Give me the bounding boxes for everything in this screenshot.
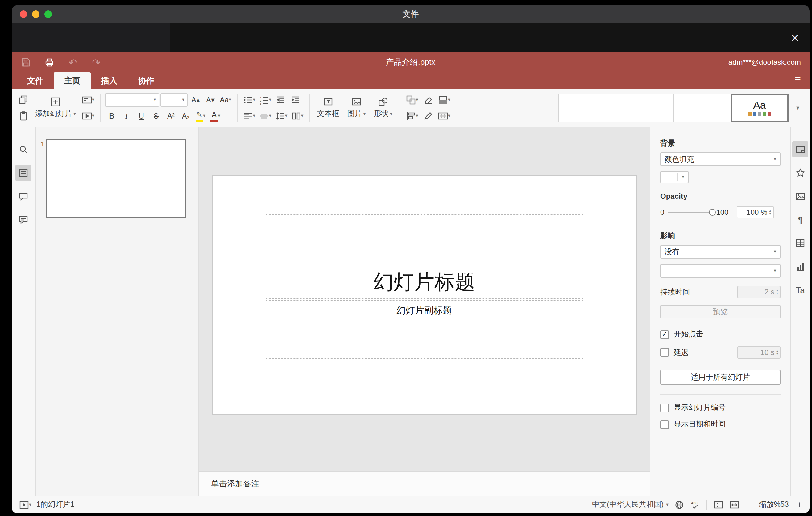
tab-insert[interactable]: 插入 [91,72,128,89]
paste-icon[interactable] [17,109,30,123]
strikethrough-icon[interactable]: S [149,109,163,123]
copy-icon[interactable] [17,93,30,107]
user-email: adm***@dootask.com [728,58,801,67]
zoom-window-button[interactable] [45,10,52,18]
zoom-in-button[interactable]: + [796,499,802,510]
font-size-select[interactable]: ▾ [161,93,187,107]
opacity-input[interactable]: 100 % ▴▾ [736,206,774,219]
image-button[interactable]: 图片 ▾ [344,91,369,125]
shape-button[interactable]: 形状 ▾ [371,91,396,125]
delay-checkbox[interactable] [660,348,669,357]
opacity-slider[interactable] [667,212,713,213]
background-color-picker[interactable]: ▾ [660,171,689,183]
horizontal-align-button[interactable]: ▾ [241,109,256,123]
start-on-click-checkbox[interactable]: ✓ [660,330,669,339]
add-slide-button[interactable]: 添加幻灯片 ▾ [32,91,79,125]
superscript-icon[interactable]: A² [164,109,178,123]
slide-settings-icon[interactable] [792,141,808,157]
effect-type-select[interactable]: ▾ [660,264,781,278]
print-icon[interactable] [44,57,55,68]
tab-home[interactable]: 主页 [54,72,91,89]
show-date-time-checkbox[interactable] [660,420,669,429]
language-select[interactable]: 中文(中华人民共和国) ▾ [592,499,669,510]
slide-thumbnail[interactable] [46,139,186,219]
theme-option-1[interactable] [558,94,616,122]
paragraph-settings-icon[interactable]: ¶ [792,212,808,228]
chart-settings-icon[interactable] [792,259,808,275]
editing-canvas[interactable]: 幻灯片标题 幻灯片副标题 [199,127,650,471]
background-fill-select[interactable]: 颜色填充 ▾ [660,152,781,166]
table-settings-icon[interactable] [792,235,808,251]
start-slideshow-button[interactable]: ▾ [81,109,96,123]
spinner[interactable]: ▴▾ [769,209,771,216]
comments-icon[interactable] [16,188,31,204]
highlight-color-button[interactable]: ✎ ▾ [194,109,207,123]
show-slide-number-checkbox[interactable] [660,403,669,412]
decrease-indent-icon[interactable] [274,93,288,107]
theme-option-3[interactable] [673,94,731,122]
align-shape-button[interactable]: ▾ [405,109,419,123]
save-icon[interactable] [20,57,31,68]
tab-file[interactable]: 文件 [17,72,54,89]
spellcheck-icon[interactable]: ABC [691,500,701,510]
text-box-button[interactable]: 文本框 [314,91,343,125]
slide[interactable]: 幻灯片标题 幻灯片副标题 [212,176,636,414]
theme-option-selected[interactable]: Aa [730,94,788,122]
fit-slide-icon[interactable] [714,500,723,510]
text-art-settings-icon[interactable]: Ta [792,282,808,298]
bullet-list-button[interactable]: ▾ [241,93,256,107]
spinner[interactable]: ▴▾ [776,349,778,355]
subscript-icon[interactable]: A₂ [179,109,193,123]
bold-icon[interactable]: B [105,109,118,123]
search-icon[interactable] [16,141,31,157]
delay-input[interactable]: 10 s ▴▾ [737,346,781,359]
close-icon[interactable]: ✕ [790,32,800,44]
shrink-font-icon[interactable]: A▾ [204,93,217,107]
line-spacing-button[interactable]: ▾ [274,109,289,123]
fit-width-icon[interactable] [730,500,740,510]
apply-to-all-button[interactable]: 适用于所有幻灯片 [660,370,781,384]
vertical-align-button[interactable]: ▾ [258,109,273,123]
slider-handle[interactable] [709,209,716,216]
close-window-button[interactable] [20,10,27,18]
chevron-down-icon: ▾ [203,114,205,118]
tab-collaboration[interactable]: 协作 [128,72,165,89]
font-color-button[interactable]: A ▾ [208,109,222,123]
document-language-icon[interactable] [675,500,685,510]
minimize-window-button[interactable] [32,10,39,18]
fill-color-button[interactable]: ▾ [437,93,452,107]
spinner[interactable]: ▴▾ [776,289,778,295]
slide-subtitle-placeholder[interactable]: 幻灯片副标题 [265,300,583,359]
change-case-button[interactable]: Aa ▾ [219,93,232,107]
duration-input[interactable]: 2 s ▴▾ [737,286,781,298]
underline-icon[interactable]: U [135,109,148,123]
font-name-select[interactable]: ▾ [105,93,159,107]
theme-gallery-expand-button[interactable]: ▾ [791,94,805,122]
text-box-icon [323,97,333,107]
shape-settings-icon[interactable] [792,165,808,181]
slides-panel-icon[interactable] [16,165,31,181]
increase-indent-icon[interactable] [289,93,302,107]
clear-style-icon[interactable] [422,93,435,107]
menu-icon[interactable]: ≡ [795,74,801,86]
chevron-down-icon: ▾ [269,97,271,103]
start-slideshow-status-button[interactable]: ▾ [19,500,31,510]
effect-select[interactable]: 没有 ▾ [660,245,781,259]
columns-button[interactable]: ▾ [290,109,305,123]
preview-button[interactable]: 预览 [660,305,781,318]
copy-style-icon[interactable] [422,109,435,123]
theme-option-2[interactable] [616,94,674,122]
image-settings-icon[interactable] [792,188,808,204]
chat-icon[interactable] [16,212,31,228]
slide-title-placeholder[interactable]: 幻灯片标题 [265,214,583,299]
numbered-list-button[interactable]: 123 ▾ [258,93,273,107]
italic-icon[interactable]: I [120,109,133,123]
notes-area[interactable]: 单击添加备注 [199,471,650,496]
redo-icon[interactable]: ↷ [91,57,102,68]
zoom-out-button[interactable]: − [746,499,751,510]
grow-font-icon[interactable]: A▴ [189,93,202,107]
slide-size-button[interactable]: ▾ [437,109,452,123]
slide-layout-button[interactable]: ▾ [81,93,96,107]
undo-icon[interactable]: ↶ [67,57,78,68]
arrange-shape-button[interactable]: ▾ [405,93,419,107]
